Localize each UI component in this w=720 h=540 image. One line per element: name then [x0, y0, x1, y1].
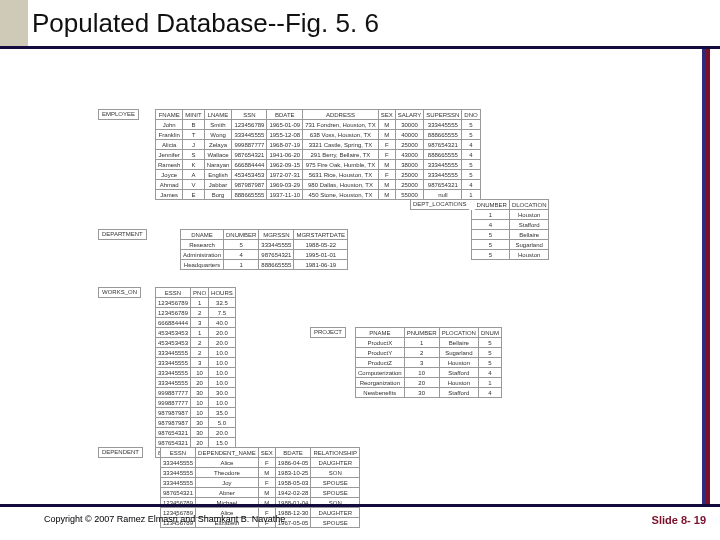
cell: 123456789: [232, 120, 267, 130]
column-header: PLOCATION: [439, 328, 478, 338]
cell: 25000: [395, 180, 424, 190]
project-label: PROJECT: [310, 327, 346, 338]
cell: F: [378, 150, 395, 160]
table-row: 333445555AliceF1986-04-05DAUGHTER: [161, 458, 360, 468]
column-header: DNAME: [181, 230, 224, 240]
cell: 333445555: [259, 240, 294, 250]
column-header: HOURS: [209, 288, 236, 298]
cell: 453453453: [232, 170, 267, 180]
cell: 1969-03-29: [267, 180, 303, 190]
cell: 333445555: [156, 368, 191, 378]
cell: SPOUSE: [311, 488, 360, 498]
cell: E: [183, 190, 204, 200]
cell: 38000: [395, 160, 424, 170]
cell: Sugarland: [439, 348, 478, 358]
table-row: RameshKNarayan6668844441962-09-15975 Fir…: [156, 160, 481, 170]
table-row: 453453453120.0: [156, 328, 236, 338]
table-row: 3334455551010.0: [156, 368, 236, 378]
cell: Ramesh: [156, 160, 183, 170]
cell: 5: [462, 120, 480, 130]
cell: Houston: [509, 250, 549, 260]
cell: 30000: [395, 120, 424, 130]
cell: 453453453: [156, 338, 191, 348]
cell: M: [258, 468, 275, 478]
cell: ProductZ: [356, 358, 405, 368]
table-row: AhmadVJabbar9879879871969-03-29980 Dalla…: [156, 180, 481, 190]
cell: M: [378, 160, 395, 170]
cell: 20.0: [209, 428, 236, 438]
cell: F: [378, 140, 395, 150]
cell: 666884444: [232, 160, 267, 170]
cell: 1968-07-19: [267, 140, 303, 150]
cell: S: [183, 150, 204, 160]
cell: 1988-05-22: [294, 240, 348, 250]
cell: Wong: [204, 130, 232, 140]
table-row: 123456789132.5: [156, 298, 236, 308]
cell: 10.0: [209, 378, 236, 388]
cell: Administration: [181, 250, 224, 260]
table-row: 5Bellaire: [411, 230, 549, 240]
table-row: 5Sugarland: [411, 240, 549, 250]
cell: Reorganization: [356, 378, 405, 388]
cell: Newbenefits: [356, 388, 405, 398]
table-row: Computerization10Stafford4: [356, 368, 502, 378]
cell: 1941-06-20: [267, 150, 303, 160]
works-on-label: WORKS_ON: [98, 287, 141, 298]
table-row: Newbenefits30Stafford4: [356, 388, 502, 398]
table-row: 987654321AbnerM1942-02-28SPOUSE: [161, 488, 360, 498]
dept-locations-table: DEPT_LOCATIONSDNUMBERDLOCATION1Houston4S…: [410, 199, 549, 260]
cell: Smith: [204, 120, 232, 130]
cell: Theodore: [196, 468, 259, 478]
cell: Houston: [439, 378, 478, 388]
cell: Stafford: [439, 388, 478, 398]
table-row: 5Houston: [411, 250, 549, 260]
table-row: 4Stafford: [411, 220, 549, 230]
cell: M: [378, 190, 395, 200]
department-table: DNAMEDNUMBERMGRSSNMGRSTARTDATEResearch53…: [180, 229, 348, 270]
cell: V: [183, 180, 204, 190]
cell: 1983-10-25: [275, 468, 311, 478]
cell: M: [378, 130, 395, 140]
cell: ProductY: [356, 348, 405, 358]
cell: 975 Fire Oak, Humble, TX: [303, 160, 379, 170]
department-label: DEPARTMENT: [98, 229, 147, 240]
column-header: RELATIONSHIP: [311, 448, 360, 458]
cell: 291 Berry, Bellaire, TX: [303, 150, 379, 160]
cell: 333445555: [156, 358, 191, 368]
table-row: 1Houston: [411, 210, 549, 220]
cell: 5: [478, 358, 501, 368]
cell: 30: [191, 428, 209, 438]
table-row: ProductZ3Houston5: [356, 358, 502, 368]
table-row: ProductX1Bellaire5: [356, 338, 502, 348]
cell: Stafford: [439, 368, 478, 378]
cell: 1972-07-31: [267, 170, 303, 180]
table-row: 9998877771010.0: [156, 398, 236, 408]
cell: 5: [472, 250, 510, 260]
cell: 987654321: [424, 140, 462, 150]
slide-title: Populated Database--Fig. 5. 6: [32, 8, 379, 39]
cell: 43000: [395, 150, 424, 160]
cell: 888665555: [232, 190, 267, 200]
cell: A: [183, 170, 204, 180]
cell: 980 Dallas, Houston, TX: [303, 180, 379, 190]
column-header: SUPERSSN: [424, 110, 462, 120]
table-row: 9879879871035.0: [156, 408, 236, 418]
column-header: SEX: [258, 448, 275, 458]
cell: 450 Stone, Houston, TX: [303, 190, 379, 200]
cell: Houston: [509, 210, 549, 220]
column-header: DLOCATION: [509, 200, 549, 210]
cell: 2: [191, 338, 209, 348]
cell: English: [204, 170, 232, 180]
cell: 4: [478, 368, 501, 378]
cell: 4: [224, 250, 259, 260]
table-row: JamesEBorg8886655551937-11-10450 Stone, …: [156, 190, 481, 200]
cell: 1981-06-19: [294, 260, 348, 270]
cell: ProductX: [356, 338, 405, 348]
cell: Headquarters: [181, 260, 224, 270]
cell: 333445555: [161, 478, 196, 488]
cell: Stafford: [509, 220, 549, 230]
cell: 987654321: [424, 180, 462, 190]
table-row: Research53334455551988-05-22: [181, 240, 348, 250]
cell: 30: [191, 388, 209, 398]
cell: 3: [404, 358, 439, 368]
